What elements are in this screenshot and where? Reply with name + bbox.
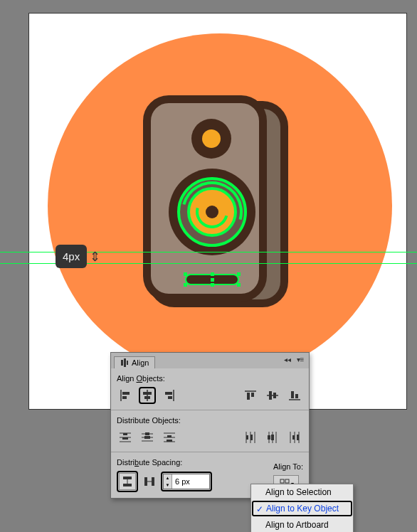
- align-left-button[interactable]: [117, 387, 134, 404]
- align-panel-icon: [120, 358, 129, 367]
- measurement-value: 4px: [56, 245, 87, 268]
- dropdown-item-key-object[interactable]: ✓ Align to Key Object: [252, 501, 352, 516]
- align-vcenter-button[interactable]: [264, 387, 281, 404]
- svg-rect-10: [165, 392, 172, 395]
- align-objects-section: Align Objects:: [111, 368, 309, 410]
- svg-rect-51: [123, 477, 132, 479]
- distribute-objects-section: Distribute Objects:: [111, 410, 309, 452]
- dropdown-item-label: Align to Artboard: [265, 520, 329, 530]
- dist-hcenter-button[interactable]: [264, 429, 281, 446]
- svg-rect-13: [247, 393, 250, 400]
- dist-bottom-button[interactable]: [161, 429, 178, 446]
- panel-title: Align: [132, 358, 149, 367]
- svg-rect-8: [144, 396, 150, 399]
- measurement-readout: 4px ⇕: [56, 245, 100, 268]
- stepper-icon[interactable]: ▲▼: [164, 474, 172, 489]
- woofer-dustcap: [206, 206, 218, 218]
- panel-tabbar: Align ◂◂ ▾≡: [111, 353, 309, 368]
- label-text: ute Spacing:: [139, 458, 182, 467]
- svg-rect-2: [127, 361, 128, 365]
- dist-vcenter-button[interactable]: [139, 429, 156, 446]
- svg-rect-29: [145, 432, 149, 435]
- svg-rect-40: [250, 435, 253, 440]
- label-text: bjects:: [142, 374, 165, 383]
- selection-handle[interactable]: [211, 283, 214, 287]
- measure-arrow-icon: ⇕: [90, 249, 100, 265]
- tweeter: [191, 119, 231, 159]
- svg-rect-55: [152, 477, 154, 486]
- svg-rect-0: [121, 360, 123, 366]
- selection-handle[interactable]: [237, 272, 241, 276]
- dist-right-button[interactable]: [286, 429, 303, 446]
- align-objects-label: Align Objects:: [117, 374, 303, 383]
- selection-handle[interactable]: [184, 283, 187, 287]
- spacing-input[interactable]: [172, 474, 209, 489]
- woofer[interactable]: [169, 169, 255, 255]
- label-text: Distri: [117, 458, 134, 467]
- dist-space-v-button[interactable]: [119, 473, 136, 490]
- svg-rect-14: [251, 393, 254, 397]
- svg-rect-24: [123, 433, 127, 435]
- distribute-objects-label: Distribute Objects:: [117, 416, 303, 425]
- label-text: Align: [117, 374, 137, 383]
- dist-space-h-button[interactable]: [141, 473, 158, 490]
- align-top-button[interactable]: [242, 387, 259, 404]
- svg-rect-30: [144, 436, 150, 439]
- align-to-dropdown-menu: Align to Selection ✓ Align to Key Object…: [250, 484, 354, 532]
- svg-rect-11: [168, 396, 172, 399]
- dropdown-item-label: Align to Key Object: [266, 504, 339, 514]
- svg-rect-19: [291, 391, 294, 398]
- svg-rect-45: [271, 435, 274, 440]
- svg-rect-25: [122, 437, 128, 440]
- align-right-button[interactable]: [161, 387, 178, 404]
- svg-rect-7: [143, 392, 152, 395]
- panel-menu-icon[interactable]: ▾≡: [295, 354, 306, 364]
- check-icon: ✓: [256, 504, 263, 514]
- align-panel: Align ◂◂ ▾≡ Align Objects: Distribute Ob…: [110, 352, 310, 499]
- dist-top-button[interactable]: [117, 429, 134, 446]
- svg-rect-44: [268, 435, 270, 440]
- svg-rect-4: [122, 392, 130, 395]
- svg-rect-1: [124, 358, 126, 367]
- speaker-illustration: [143, 95, 292, 309]
- selection-handle[interactable]: [237, 283, 241, 287]
- svg-rect-35: [167, 440, 172, 442]
- svg-rect-52: [123, 484, 132, 486]
- svg-rect-57: [280, 479, 284, 483]
- panel-collapse-icon[interactable]: ◂◂: [282, 354, 293, 364]
- distribute-spacing-label: Distribute Spacing:: [117, 458, 212, 467]
- selection-handle[interactable]: [211, 272, 214, 276]
- svg-rect-50: [297, 435, 299, 440]
- svg-rect-34: [167, 435, 171, 437]
- align-panel-tab[interactable]: Align: [114, 356, 155, 368]
- svg-rect-49: [292, 435, 295, 440]
- svg-rect-39: [246, 435, 248, 440]
- artboard: [28, 13, 407, 410]
- dropdown-item-label: Align to Selection: [265, 487, 332, 497]
- spacing-value-field[interactable]: ▲▼: [163, 474, 210, 489]
- svg-rect-16: [269, 391, 272, 400]
- align-to-label: Align To:: [273, 462, 303, 471]
- align-bottom-button[interactable]: [286, 387, 303, 404]
- selection-handle[interactable]: [211, 278, 214, 282]
- svg-rect-5: [122, 396, 127, 399]
- port-slot-selected[interactable]: [185, 274, 239, 285]
- svg-rect-17: [273, 393, 276, 398]
- svg-rect-20: [295, 394, 298, 398]
- label-underline: O: [137, 374, 143, 383]
- dropdown-item-artboard[interactable]: Align to Artboard: [251, 517, 353, 532]
- svg-rect-58: [285, 479, 289, 483]
- dist-left-button[interactable]: [242, 429, 259, 446]
- align-hcenter-button[interactable]: [139, 387, 156, 404]
- svg-rect-54: [144, 477, 147, 486]
- selection-handle[interactable]: [184, 272, 187, 276]
- dropdown-item-selection[interactable]: Align to Selection: [251, 484, 353, 500]
- speaker-front: [143, 95, 267, 302]
